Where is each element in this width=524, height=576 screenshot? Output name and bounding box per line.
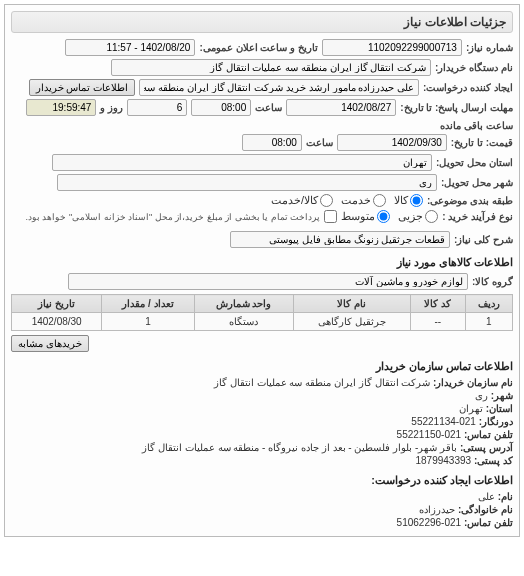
need-no-label: شماره نیاز: bbox=[466, 42, 513, 53]
goods-section-title: اطلاعات کالاهای مورد نیاز bbox=[11, 256, 513, 269]
treasury-checkbox[interactable] bbox=[324, 210, 337, 223]
proc-medium-label: متوسط bbox=[341, 210, 375, 223]
buyer-org-label: نام دستگاه خریدار: bbox=[435, 62, 513, 73]
deadline-label: مهلت ارسال پاسخ: تا تاریخ: bbox=[400, 102, 513, 113]
contact-org-label: نام سازمان خریدار: bbox=[433, 377, 513, 388]
cat-label: طبقه بندی موضوعی: bbox=[427, 195, 513, 206]
contact-addr: باقر شهر- بلوار فلسطین - بعد از جاده نیر… bbox=[142, 442, 457, 453]
cell-need-date: 1402/08/30 bbox=[12, 313, 102, 331]
cat-goods-radio[interactable] bbox=[410, 194, 423, 207]
col-qty: تعداد / مقدار bbox=[102, 295, 194, 313]
city-field[interactable] bbox=[57, 174, 437, 191]
price-time-field[interactable] bbox=[242, 134, 302, 151]
creator-label: ایجاد کننده درخواست: bbox=[423, 82, 513, 93]
col-need-date: تاریخ نیاز bbox=[12, 295, 102, 313]
days-label: روز و bbox=[100, 102, 123, 113]
buyer-org-field[interactable] bbox=[111, 59, 431, 76]
similar-purchases-button[interactable]: خریدهای مشابه bbox=[11, 335, 89, 352]
announce-field[interactable] bbox=[65, 39, 195, 56]
cat-goods-service-radio[interactable] bbox=[320, 194, 333, 207]
contact-province: تهران bbox=[459, 403, 483, 414]
creator-field[interactable] bbox=[139, 79, 419, 96]
proc-small-label: جزیی bbox=[398, 210, 423, 223]
contact-city: ری bbox=[475, 390, 488, 401]
process-radio-group: جزیی متوسط bbox=[341, 210, 438, 223]
proc-note: پرداخت تمام یا بخشی از مبلغ خرید،از محل … bbox=[25, 212, 320, 222]
group-label: گروه کالا: bbox=[472, 276, 513, 287]
contact-city-label: شهر: bbox=[491, 390, 513, 401]
subject-label: شرح کلی نیاز: bbox=[454, 234, 513, 245]
col-code: کد کالا bbox=[410, 295, 465, 313]
contact-fax: 021-55221134 bbox=[411, 416, 476, 427]
creator-family-label: نام خانوادگی: bbox=[458, 504, 513, 515]
creator-tel: 021-51062296 bbox=[397, 517, 462, 528]
contact-org: شرکت انتقال گاز ایران منطقه سه عملیات ان… bbox=[214, 377, 430, 388]
cell-unit: دستگاه bbox=[194, 313, 293, 331]
contact-post-label: کد پستی: bbox=[474, 455, 513, 466]
creator-tel-label: تلفن تماس: bbox=[464, 517, 513, 528]
price-to-label: قیمت: تا تاریخ: bbox=[451, 137, 513, 148]
panel-title: جزئیات اطلاعات نیاز bbox=[11, 11, 513, 33]
col-row: ردیف bbox=[465, 295, 512, 313]
time-label-2: ساعت bbox=[306, 137, 333, 148]
cat-goods-label: کالا bbox=[394, 194, 408, 207]
contact-post: 1879943393 bbox=[415, 455, 471, 466]
city-label: شهر محل تحویل: bbox=[441, 177, 513, 188]
cat-goods-service-label: کالا/خدمت bbox=[271, 194, 318, 207]
price-date-field[interactable] bbox=[337, 134, 447, 151]
need-no-field[interactable] bbox=[322, 39, 462, 56]
col-name: نام کالا bbox=[293, 295, 410, 313]
province-label: استان محل تحویل: bbox=[436, 157, 513, 168]
creator-family: حیدرزاده bbox=[419, 504, 455, 515]
proc-small-radio[interactable] bbox=[425, 210, 438, 223]
group-field[interactable] bbox=[68, 273, 468, 290]
deadline-date-field[interactable] bbox=[286, 99, 396, 116]
contact-fax-label: دورنگار: bbox=[479, 416, 513, 427]
cell-row: 1 bbox=[465, 313, 512, 331]
countdown-field bbox=[26, 99, 96, 116]
creator-info-title: اطلاعات ایجاد کننده درخواست: bbox=[11, 474, 513, 487]
creator-name-label: نام: bbox=[498, 491, 513, 502]
province-field[interactable] bbox=[52, 154, 432, 171]
cell-name: جرثقیل کارگاهی bbox=[293, 313, 410, 331]
buyer-contact-button[interactable]: اطلاعات تماس خریدار bbox=[29, 79, 136, 96]
contact-tel-label: تلفن تماس: bbox=[464, 429, 513, 440]
creator-name: علی bbox=[478, 491, 495, 502]
proc-medium-radio[interactable] bbox=[377, 210, 390, 223]
col-unit: واحد شمارش bbox=[194, 295, 293, 313]
goods-table: ردیف کد کالا نام کالا واحد شمارش تعداد /… bbox=[11, 294, 513, 331]
cell-code: -- bbox=[410, 313, 465, 331]
time-label-1: ساعت bbox=[255, 102, 282, 113]
cat-service-radio[interactable] bbox=[373, 194, 386, 207]
category-radio-group: کالا خدمت کالا/خدمت bbox=[271, 194, 423, 207]
deadline-time-field[interactable] bbox=[191, 99, 251, 116]
contact-tel: 021-55221150 bbox=[397, 429, 462, 440]
contact-province-label: استان: bbox=[486, 403, 513, 414]
contact-title: اطلاعات تماس سازمان خریدار bbox=[11, 360, 513, 373]
proc-label: نوع فرآیند خرید : bbox=[442, 211, 513, 222]
subject-field[interactable] bbox=[230, 231, 450, 248]
need-details-panel: جزئیات اطلاعات نیاز شماره نیاز: تاریخ و … bbox=[4, 4, 520, 537]
table-row[interactable]: 1 -- جرثقیل کارگاهی دستگاه 1 1402/08/30 bbox=[12, 313, 513, 331]
announce-label: تاریخ و ساعت اعلان عمومی: bbox=[199, 42, 317, 53]
cell-qty: 1 bbox=[102, 313, 194, 331]
table-header-row: ردیف کد کالا نام کالا واحد شمارش تعداد /… bbox=[12, 295, 513, 313]
remain-label: ساعت باقی مانده bbox=[440, 120, 513, 131]
days-left-field[interactable] bbox=[127, 99, 187, 116]
contact-addr-label: آدرس پستی: bbox=[460, 442, 513, 453]
cat-service-label: خدمت bbox=[341, 194, 371, 207]
